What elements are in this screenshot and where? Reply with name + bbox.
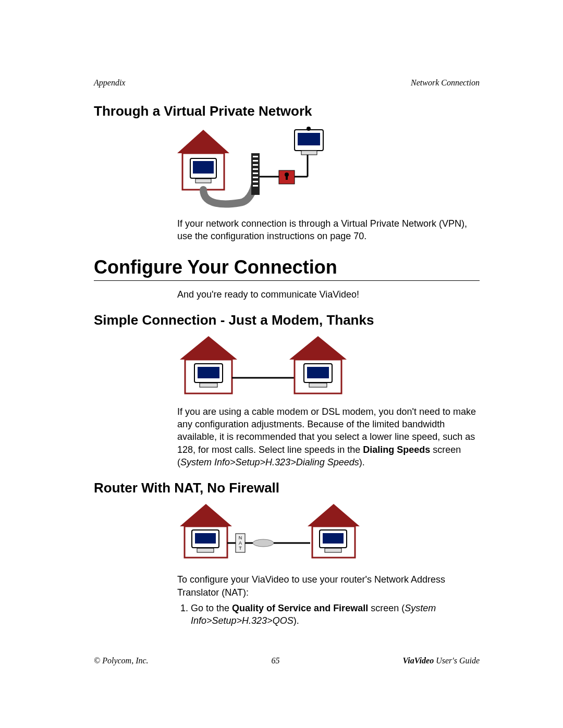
svg-rect-7 <box>253 156 258 157</box>
svg-rect-39 <box>195 533 216 544</box>
running-footer: © Polycom, Inc. 65 ViaVideo User's Guide <box>94 656 480 665</box>
svg-marker-0 <box>177 130 229 153</box>
footer-brand: ViaVideo <box>403 656 434 665</box>
page: Appendix Network Connection Through a Vi… <box>0 0 563 728</box>
svg-rect-35 <box>309 383 327 387</box>
figure-simple <box>177 334 480 401</box>
svg-rect-8 <box>253 160 258 162</box>
simple-italic-path: System Info>Setup>H.323>Dialing Speeds <box>180 457 359 467</box>
footer-right: ViaVideo User's Guide <box>403 656 480 665</box>
svg-text:N: N <box>239 535 242 540</box>
svg-marker-49 <box>308 504 360 526</box>
heading-configure: Configure Your Connection <box>94 256 480 281</box>
footer-rest: User's Guide <box>434 656 480 665</box>
footer-page-number: 65 <box>272 656 280 665</box>
configure-intro: And you're ready to communicate ViaVideo… <box>177 288 480 301</box>
svg-rect-53 <box>325 548 341 552</box>
svg-rect-29 <box>200 383 217 387</box>
heading-router: Router With NAT, No Firewall <box>94 480 480 496</box>
svg-rect-11 <box>253 172 258 174</box>
header-left: Appendix <box>94 78 125 88</box>
figure-router: N A T <box>177 501 480 569</box>
simple-paragraph: If you are using a cable modem or DSL mo… <box>177 405 480 468</box>
step1-pre: Go to the <box>191 603 232 613</box>
svg-rect-13 <box>253 181 258 182</box>
heading-vpn: Through a Virtual Private Network <box>94 103 480 119</box>
router-diagram-icon: N A T <box>177 501 365 569</box>
step1-post: ). <box>293 615 299 626</box>
vpn-caption: If your network connection is through a … <box>177 217 480 243</box>
svg-marker-36 <box>180 504 232 526</box>
svg-text:T: T <box>239 546 242 551</box>
svg-rect-23 <box>301 151 317 155</box>
simple-diagram-icon <box>177 334 354 401</box>
router-step-1: Go to the Quality of Service and Firewal… <box>191 602 480 627</box>
svg-rect-52 <box>323 533 344 544</box>
running-header: Appendix Network Connection <box>94 78 480 88</box>
footer-left: © Polycom, Inc. <box>94 656 149 665</box>
router-intro: To configure your ViaVideo to use your r… <box>177 573 480 599</box>
router-steps: Go to the Quality of Service and Firewal… <box>177 602 480 627</box>
simple-bold-dialing-speeds: Dialing Speeds <box>363 445 430 455</box>
vpn-diagram-icon <box>177 125 344 213</box>
header-right: Network Connection <box>411 78 480 88</box>
svg-rect-40 <box>197 548 214 552</box>
svg-rect-34 <box>307 367 329 378</box>
svg-text:A: A <box>239 540 242 546</box>
svg-rect-12 <box>253 177 258 178</box>
svg-rect-28 <box>198 367 219 378</box>
step1-mid: screen ( <box>368 603 405 613</box>
heading-simple: Simple Connection - Just a Modem, Thanks <box>94 312 480 328</box>
svg-rect-10 <box>253 168 258 170</box>
step1-bold: Quality of Service and Firewall <box>232 603 368 613</box>
svg-point-24 <box>307 127 311 131</box>
simple-text-post: ). <box>359 457 365 467</box>
svg-marker-31 <box>289 336 347 360</box>
svg-point-47 <box>253 539 274 547</box>
svg-marker-25 <box>180 336 237 360</box>
svg-rect-18 <box>286 175 288 180</box>
svg-rect-3 <box>193 161 214 174</box>
svg-rect-14 <box>253 185 258 187</box>
svg-rect-22 <box>298 133 320 145</box>
figure-vpn <box>177 125 480 213</box>
svg-rect-4 <box>195 179 211 183</box>
svg-rect-9 <box>253 164 258 166</box>
